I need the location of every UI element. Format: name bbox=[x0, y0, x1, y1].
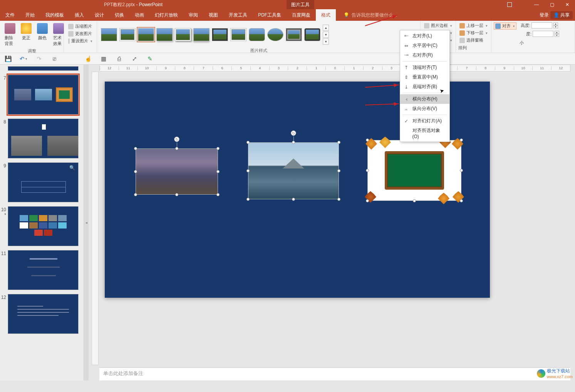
tab-view[interactable]: 视图 bbox=[203, 9, 223, 21]
tab-insert[interactable]: 插入 bbox=[69, 9, 89, 21]
qat-btn-3[interactable]: ⎙ bbox=[115, 55, 123, 63]
tab-transitions[interactable]: 切换 bbox=[109, 9, 129, 21]
height-spin-down[interactable]: ▾ bbox=[553, 25, 558, 28]
height-input[interactable] bbox=[531, 22, 552, 28]
send-backward-button[interactable]: 下移一层▾ bbox=[458, 30, 489, 36]
rotate-handle-icon[interactable]: ↻ bbox=[291, 130, 296, 136]
picture-style-7[interactable] bbox=[212, 28, 228, 41]
slide-thumb-12[interactable] bbox=[8, 294, 79, 334]
align-button[interactable]: 对齐▾ bbox=[494, 22, 516, 30]
close-icon[interactable]: ✕ bbox=[560, 0, 575, 9]
ribbon-display-options-icon[interactable] bbox=[513, 0, 529, 9]
tab-mytemplates[interactable]: 我的模板 bbox=[40, 9, 69, 21]
bring-forward-button[interactable]: 上移一层▾ bbox=[458, 22, 489, 29]
reset-picture-button[interactable]: 重设图片▾ bbox=[67, 38, 94, 44]
picture-style-5[interactable] bbox=[175, 28, 191, 41]
align-center-h-item[interactable]: ⇔水平居中(C) bbox=[400, 41, 449, 50]
selected-image-2[interactable]: ↻ bbox=[248, 142, 339, 199]
distribute-vertical-item[interactable]: ⫠纵向分布(V) bbox=[400, 104, 449, 113]
ruler-tick: 2 bbox=[363, 66, 382, 70]
slide-number-11: 11 bbox=[1, 250, 8, 256]
picture-style-10[interactable] bbox=[267, 28, 283, 41]
picture-style-4[interactable] bbox=[156, 28, 173, 41]
ruler-tick: 8 bbox=[476, 66, 495, 70]
change-picture-button[interactable]: 更改图片 bbox=[67, 30, 94, 37]
compress-pictures-button[interactable]: 压缩图片 bbox=[67, 23, 94, 30]
forward-icon bbox=[459, 23, 465, 28]
width-input[interactable] bbox=[533, 31, 553, 37]
tell-me-search[interactable]: 💡 告诉我您想要做什么... bbox=[344, 9, 397, 21]
gallery-scroll-down[interactable]: ▾ bbox=[323, 32, 329, 38]
watermark-url: www.xz7.com bbox=[547, 374, 573, 379]
tab-home[interactable]: 开始 bbox=[20, 9, 40, 21]
slide-thumb-10[interactable] bbox=[8, 206, 79, 246]
gallery-scroll-up[interactable]: ▴ bbox=[323, 25, 329, 31]
tab-pdftools[interactable]: PDF工具集 bbox=[253, 9, 287, 21]
horizontal-ruler: 1211109876543210123456789101112 bbox=[99, 65, 570, 72]
watermark-logo-icon bbox=[537, 369, 545, 378]
minimize-icon[interactable]: — bbox=[529, 0, 544, 9]
tab-format[interactable]: 格式 bbox=[316, 9, 336, 21]
save-button[interactable]: 💾 bbox=[4, 55, 12, 63]
picture-style-12[interactable] bbox=[304, 28, 320, 41]
maximize-icon[interactable]: ▢ bbox=[544, 0, 560, 9]
color-button[interactable]: 颜色 bbox=[35, 22, 49, 42]
align-right-item[interactable]: ⭲右对齐(R) bbox=[400, 50, 449, 60]
corrections-button[interactable]: 更正 bbox=[19, 22, 33, 42]
slide-thumb-8[interactable] bbox=[8, 118, 79, 158]
align-left-item[interactable]: ⭰左对齐(L) bbox=[400, 31, 449, 41]
picture-style-2[interactable] bbox=[119, 28, 136, 41]
picture-style-6[interactable] bbox=[193, 28, 210, 41]
distribute-horizontal-item[interactable]: ⫞横向分布(H) bbox=[400, 94, 449, 104]
selected-image-1[interactable]: ↻ bbox=[136, 148, 218, 195]
rotate-handle-icon[interactable]: ↻ bbox=[174, 137, 179, 142]
notes-pane[interactable]: 单击此处添加备注 bbox=[99, 367, 570, 380]
watermark: 极光下载站 www.xz7.com bbox=[537, 368, 573, 379]
align-top-item[interactable]: ⤒顶端对齐(T) bbox=[400, 63, 449, 72]
align-left-icon: ⭰ bbox=[403, 33, 409, 39]
login-link[interactable]: 登录 bbox=[540, 12, 549, 18]
align-bottom-icon: ⤓ bbox=[403, 84, 409, 90]
tab-design[interactable]: 设计 bbox=[89, 9, 109, 21]
slide-thumb-11[interactable] bbox=[8, 250, 79, 290]
tab-animations[interactable]: 动画 bbox=[129, 9, 149, 21]
width-spin-down[interactable]: ▾ bbox=[555, 34, 559, 37]
picture-style-8[interactable] bbox=[230, 28, 246, 41]
slide-thumb-7[interactable] bbox=[8, 75, 79, 115]
touch-mode-button[interactable]: ☝ bbox=[84, 55, 92, 63]
lightbulb-icon: 💡 bbox=[344, 12, 349, 18]
slide-thumb-9[interactable]: 🔍 bbox=[8, 162, 79, 202]
ruler-tick: 7 bbox=[457, 66, 476, 70]
selection-pane-button[interactable]: 选择窗格 bbox=[458, 37, 489, 43]
picture-style-11[interactable] bbox=[286, 28, 302, 41]
tab-slideshow[interactable]: 幻灯片放映 bbox=[149, 9, 183, 21]
selected-image-3[interactable]: ↻ bbox=[367, 140, 461, 201]
start-from-beginning-button[interactable]: ⎚ bbox=[50, 55, 59, 63]
slide-thumb-prev[interactable] bbox=[8, 66, 79, 71]
qat-btn-4[interactable]: ⤢ bbox=[130, 55, 139, 63]
picture-style-3[interactable] bbox=[138, 28, 154, 41]
tab-review[interactable]: 审阅 bbox=[183, 9, 203, 21]
quick-access-toolbar: 💾 ↶▾ ↷ ⎚ ☝ ▦ ⎙ ⤢ ✎ bbox=[0, 53, 575, 65]
undo-button[interactable]: ↶▾ bbox=[19, 55, 28, 63]
width-spin-up[interactable]: ▴ bbox=[555, 31, 559, 34]
height-spin-up[interactable]: ▴ bbox=[553, 22, 558, 25]
remove-background-button[interactable]: 删除背景 bbox=[3, 22, 17, 47]
tab-baidudisk[interactable]: 百度网盘 bbox=[287, 9, 316, 21]
align-to-selected-item[interactable]: 对齐所选对象(O) bbox=[400, 126, 449, 141]
qat-btn-5[interactable]: ✎ bbox=[146, 55, 154, 63]
picture-style-1[interactable] bbox=[101, 28, 117, 41]
outline-collapse-handle[interactable]: ◂ bbox=[84, 65, 89, 380]
tab-developer[interactable]: 开发工具 bbox=[223, 9, 253, 21]
picture-style-9[interactable] bbox=[249, 28, 265, 41]
artistic-effects-button[interactable]: 艺术效果 bbox=[52, 22, 65, 47]
qat-btn-2[interactable]: ▦ bbox=[99, 55, 108, 63]
ruler-tick: 8 bbox=[175, 66, 194, 70]
align-to-slide-item[interactable]: ✓对齐幻灯片(A) bbox=[400, 116, 449, 126]
gallery-more[interactable]: ▾ bbox=[323, 38, 329, 45]
share-button[interactable]: 👤 共享 bbox=[550, 11, 573, 19]
picture-border-button[interactable]: 图片边框▾ bbox=[423, 22, 453, 29]
align-middle-v-item[interactable]: ⇕垂直居中(M) bbox=[400, 72, 449, 82]
redo-button[interactable]: ↷ bbox=[35, 55, 43, 63]
tab-file[interactable]: 文件 bbox=[0, 9, 20, 21]
